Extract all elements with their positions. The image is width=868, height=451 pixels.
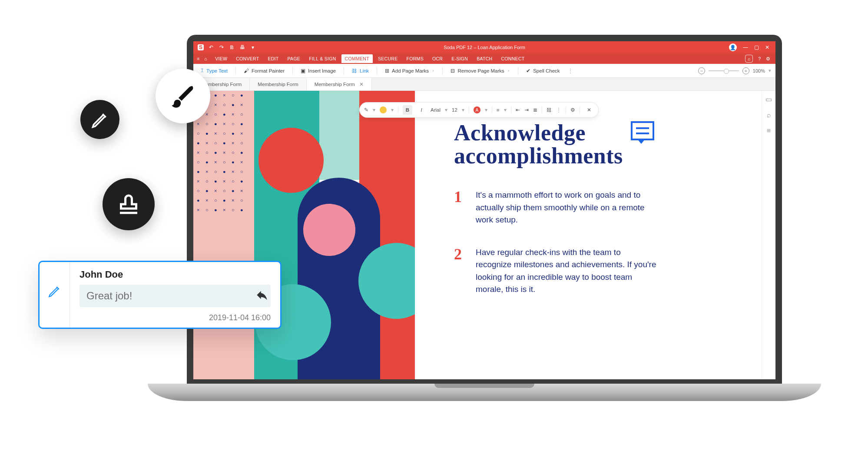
link-tool[interactable]: ⛓ Link [349,67,371,74]
paintbrush-icon [169,83,197,110]
redo-icon[interactable]: ↷ [219,44,225,50]
settings-sliders-icon[interactable]: ⚙ [570,107,575,113]
image-icon: ▣ [301,68,305,74]
doc-tab-active[interactable]: Membership Form ✕ [307,78,372,90]
qat-more-icon[interactable]: ▾ [250,44,256,50]
app-logo[interactable]: S [198,44,204,50]
align-icon[interactable]: ≡ [497,107,500,113]
stamp-icon [116,191,142,217]
doc-tab-label: Membership Form [258,82,298,87]
spell-check-tool[interactable]: ✔ Spell Check [523,67,562,75]
pen-color-icon[interactable]: ✎ [364,107,368,113]
remove-page-marks-tool[interactable]: ⊟ Remove Page Marks › [448,67,513,75]
doc-tab[interactable]: Membership Form [250,78,306,90]
pencil-outline-icon [47,284,62,298]
text-color-swatch[interactable]: A [474,106,480,113]
menu-esign[interactable]: E-SIGN [448,54,471,63]
item-text: Have regular check-ins with the team to … [476,246,658,296]
page-thumb-icon[interactable]: ▭ [765,95,772,103]
help-icon[interactable]: ? [758,56,761,61]
home-icon[interactable]: ⌂ [201,56,210,61]
menu-ocr[interactable]: OCR [429,54,446,63]
menu-secure[interactable]: SECURE [374,54,401,63]
chevron-right-icon: › [431,68,434,73]
pencil-icon [90,110,110,129]
comment-bubble-icon[interactable] [631,121,654,140]
menu-connect[interactable]: CONNECT [497,54,528,63]
search-icon[interactable]: ⌕ [745,55,753,63]
menu-fill-sign[interactable]: FILL & SIGN [305,54,339,63]
brush-tool-fab[interactable] [156,69,210,123]
print-icon[interactable]: 🖶 [239,44,245,50]
brush-icon: 🖌 [244,68,249,73]
ribbon-overflow-icon[interactable]: ⋮ [568,68,573,74]
menu-page[interactable]: PAGE [284,54,304,63]
artwork-panel [193,91,415,379]
menu-batch[interactable]: BATCH [473,54,496,63]
spellcheck-icon: ✔ [526,68,530,74]
comment-text[interactable]: Great job! [80,285,271,307]
format-painter-label: Format Painter [252,68,285,73]
bold-button[interactable]: B [403,105,412,115]
toolbar-overflow-icon[interactable]: ⋮ [556,107,561,113]
undo-icon[interactable]: ↶ [208,44,214,50]
indent-right-icon[interactable]: ⇥ [524,107,529,113]
doc-tab-label: Membership Form [315,82,355,87]
item-number: 2 [454,246,462,296]
floating-format-toolbar[interactable]: ✎▾ ▾ B I Arial▾ 12▾ A▾ ≡▾ ⇤ ⇥ ≣ ⛓ ⋮ ⚙ [359,102,599,118]
tab-close-icon[interactable]: ✕ [359,81,364,87]
hamburger-icon[interactable]: ≡ [197,56,199,61]
item-text: It's a mammoth effort to work on goals a… [476,189,658,226]
menu-view[interactable]: VIEW [212,54,231,63]
menu-forms[interactable]: FORMS [403,54,427,63]
type-text-label: Type Text [206,68,228,73]
zoom-dropdown-icon[interactable]: ▾ [769,68,771,73]
link-insert-icon[interactable]: ⛓ [547,107,552,113]
document-tabs: Membership Form Membership Form Membersh… [193,78,775,91]
reply-icon[interactable] [256,289,268,303]
user-avatar-icon[interactable]: 👤 [729,43,737,51]
menu-edit[interactable]: EDIT [264,54,282,63]
pencil-tool-fab[interactable] [80,100,119,139]
font-select[interactable]: Arial [431,107,441,113]
zoom-value: 100% [753,68,765,73]
minimize-icon[interactable]: — [743,44,748,50]
close-window-icon[interactable]: ✕ [765,44,769,50]
titlebar: S ↶ ↷ 🗎 🖶 ▾ Soda PDF 12 – Loan Applicati… [193,41,775,53]
comment-popup[interactable]: John Doe Great job! 2019-11-04 16:00 [38,261,282,329]
text-cursor-icon: 𝙸 [200,68,204,73]
menu-convert[interactable]: CONVERT [232,54,262,63]
zoom-out-button[interactable]: − [698,67,705,74]
item-number: 1 [454,189,462,226]
settings-gear-icon[interactable]: ⚙ [766,56,770,61]
font-size-select[interactable]: 12 [452,107,457,113]
add-page-marks-label: Add Page Marks [392,68,429,73]
minus-page-icon: ⊟ [451,68,455,74]
type-text-tool[interactable]: 𝙸 Type Text [198,67,230,74]
zoom-controls: − + 100% ▾ [698,67,771,74]
document-canvas: Acknowledge accomplishments 1 It's a mam… [193,91,762,379]
doc-heading-line1: Acknowledge [454,121,623,144]
insert-image-tool[interactable]: ▣ Insert Image [298,67,338,75]
zoom-slider[interactable] [709,70,739,71]
italic-button[interactable]: I [417,105,426,115]
chevron-right-icon: › [507,68,510,73]
plus-page-icon: ⊞ [385,68,389,74]
add-page-marks-tool[interactable]: ⊞ Add Page Marks › [382,67,437,75]
format-painter-tool[interactable]: 🖌 Format Painter [241,67,287,74]
ribbon: 𝙸 Type Text 🖌 Format Painter ▣ Insert Im… [193,64,775,78]
line-spacing-icon[interactable]: ≣ [533,107,537,113]
layers-panel-icon[interactable]: ≡ [767,127,771,135]
zoom-in-button[interactable]: + [742,67,749,74]
window-title: Soda PDF 12 – Loan Application Form [444,45,525,50]
toolbar-close-icon[interactable]: ✕ [584,105,594,115]
app-window: S ↶ ↷ 🗎 🖶 ▾ Soda PDF 12 – Loan Applicati… [193,41,775,379]
highlight-color-swatch[interactable] [380,106,387,113]
save-icon[interactable]: 🗎 [229,44,235,50]
stamp-tool-fab[interactable] [103,178,155,230]
menu-comment[interactable]: COMMENT [341,54,373,63]
indent-left-icon[interactable]: ⇤ [516,107,520,113]
link-label: Link [360,68,369,73]
maximize-icon[interactable]: ▢ [754,44,759,50]
search-panel-icon[interactable]: ⌕ [767,111,771,119]
